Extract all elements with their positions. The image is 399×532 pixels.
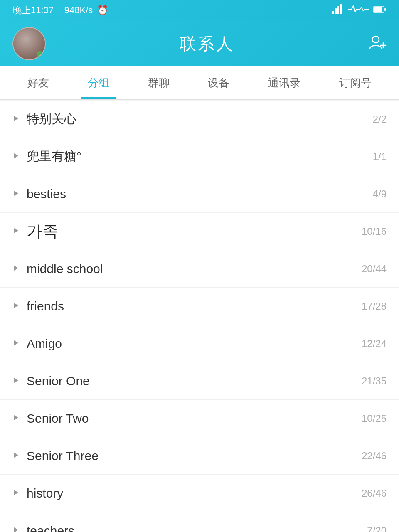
expand-arrow-icon: [12, 264, 20, 274]
expand-arrow-icon: [12, 151, 20, 162]
group-left: friends: [12, 299, 64, 313]
svg-rect-2: [337, 6, 339, 14]
battery-icon: [373, 5, 387, 16]
group-left: 兜里有糖°: [12, 148, 81, 165]
svg-marker-10: [14, 116, 18, 121]
svg-marker-16: [14, 340, 18, 345]
tabs: 好友 分组 群聊 设备 通讯录 订阅号: [0, 66, 399, 100]
svg-marker-15: [14, 303, 18, 308]
group-name: Senior One: [27, 374, 90, 388]
group-name: middle school: [27, 262, 103, 276]
group-count: 21/35: [362, 375, 387, 387]
tab-group-chat[interactable]: 群聊: [141, 67, 176, 99]
group-item[interactable]: besties4/9: [0, 175, 399, 213]
group-count: 2/2: [373, 113, 387, 125]
group-name: 特别关心: [27, 111, 76, 128]
group-left: history: [12, 486, 63, 500]
group-count: 7/20: [367, 525, 387, 532]
group-item[interactable]: Senior Two10/25: [0, 400, 399, 437]
status-right: [332, 4, 387, 17]
svg-rect-1: [335, 8, 337, 14]
svg-marker-14: [14, 266, 18, 271]
group-name: friends: [27, 299, 64, 313]
group-count: 26/46: [362, 488, 387, 499]
alarm-icon: ⏰: [97, 5, 108, 16]
tab-contacts[interactable]: 通讯录: [261, 67, 307, 99]
group-name: teachers: [27, 524, 74, 532]
svg-marker-19: [14, 453, 18, 458]
tab-devices[interactable]: 设备: [201, 67, 236, 99]
group-count: 17/28: [362, 300, 387, 312]
group-name: Senior Three: [27, 449, 99, 463]
header-title: 联系人: [180, 32, 234, 55]
svg-marker-12: [14, 191, 18, 196]
svg-marker-18: [14, 415, 18, 420]
group-count: 12/24: [362, 338, 387, 350]
group-item[interactable]: Senior One21/35: [0, 362, 399, 400]
group-item[interactable]: middle school20/44: [0, 250, 399, 288]
expand-arrow-icon: [12, 525, 20, 532]
group-item[interactable]: Amigo12/24: [0, 325, 399, 362]
group-left: Senior Two: [12, 411, 89, 426]
tab-friends[interactable]: 好友: [21, 67, 56, 99]
status-left: 晚上11:37 | 948K/s ⏰: [12, 4, 108, 17]
svg-marker-21: [14, 527, 18, 532]
group-item[interactable]: 가족10/16: [0, 213, 399, 250]
separator: |: [58, 5, 60, 16]
group-left: middle school: [12, 262, 103, 276]
expand-arrow-icon: [12, 451, 20, 461]
group-name: history: [27, 486, 63, 500]
svg-point-7: [372, 36, 379, 43]
expand-arrow-icon: [12, 488, 20, 499]
group-count: 22/46: [362, 450, 387, 462]
svg-rect-6: [374, 7, 382, 12]
group-item[interactable]: history26/46: [0, 475, 399, 512]
expand-arrow-icon: [12, 338, 20, 349]
svg-marker-13: [14, 228, 18, 233]
group-left: besties: [12, 187, 66, 201]
svg-rect-5: [384, 8, 386, 11]
group-left: Senior Three: [12, 449, 99, 463]
group-left: 特别关心: [12, 111, 76, 128]
group-count: 10/16: [362, 226, 387, 237]
time: 晚上11:37: [12, 4, 54, 17]
group-name: Amigo: [27, 337, 62, 351]
group-item[interactable]: teachers7/20: [0, 512, 399, 532]
expand-arrow-icon: [12, 189, 20, 200]
add-contact-icon[interactable]: [368, 33, 387, 55]
group-item[interactable]: Senior Three22/46: [0, 437, 399, 475]
svg-rect-0: [332, 11, 334, 14]
online-badge: [37, 51, 43, 58]
group-list: 特别关心2/2兜里有糖°1/1besties4/9가족10/16middle s…: [0, 101, 399, 532]
expand-arrow-icon: [12, 376, 20, 387]
network-speed: 948K/s: [64, 5, 93, 16]
expand-arrow-icon: [12, 301, 20, 312]
group-count: 4/9: [373, 188, 387, 200]
heartbeat-icon: [348, 4, 369, 17]
group-name: besties: [27, 187, 66, 201]
group-left: teachers: [12, 524, 74, 532]
svg-marker-17: [14, 378, 18, 383]
group-name: Senior Two: [27, 411, 89, 426]
signal-icon: [332, 4, 344, 17]
header: 联系人: [0, 21, 399, 66]
expand-arrow-icon: [12, 413, 20, 424]
tab-subscriptions[interactable]: 订阅号: [332, 67, 378, 99]
group-count: 1/1: [373, 151, 387, 163]
group-item[interactable]: 兜里有糖°1/1: [0, 138, 399, 175]
svg-marker-11: [14, 153, 18, 158]
expand-arrow-icon: [12, 114, 20, 125]
group-item[interactable]: 特别关心2/2: [0, 101, 399, 138]
avatar[interactable]: [12, 27, 46, 60]
status-bar: 晚上11:37 | 948K/s ⏰: [0, 0, 399, 21]
expand-arrow-icon: [12, 226, 20, 237]
group-name: 가족: [27, 221, 58, 242]
group-left: Amigo: [12, 337, 62, 351]
group-count: 20/44: [362, 263, 387, 275]
svg-marker-20: [14, 490, 18, 495]
group-left: 가족: [12, 221, 58, 242]
tab-groups[interactable]: 分组: [81, 67, 116, 99]
group-item[interactable]: friends17/28: [0, 288, 399, 325]
group-left: Senior One: [12, 374, 90, 388]
group-count: 10/25: [362, 413, 387, 424]
